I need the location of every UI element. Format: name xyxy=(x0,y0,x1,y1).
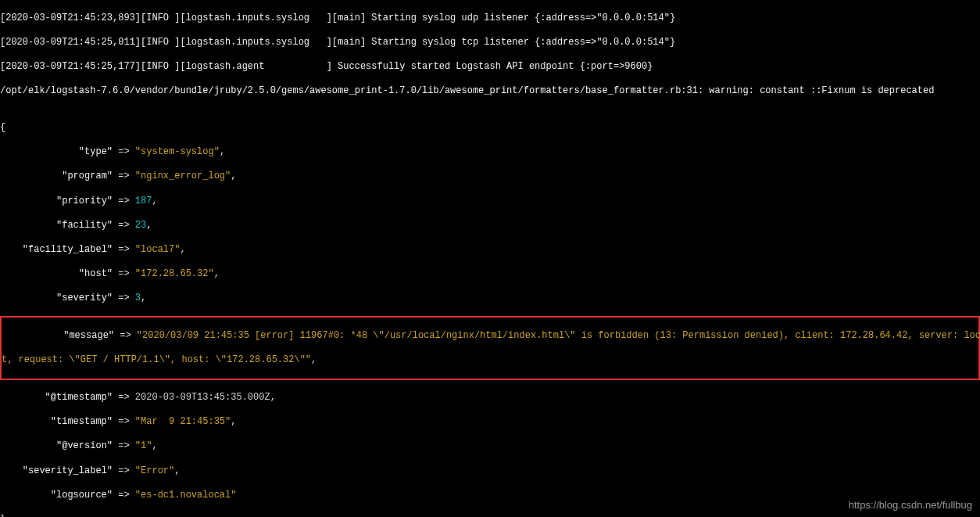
kv-row-continuation: t, request: \"GET / HTTP/1.1\", host: \"… xyxy=(2,354,978,367)
kv-row: "severity_label" => "Error", xyxy=(0,465,980,478)
kv-row: "facility" => 23, xyxy=(0,220,980,232)
kv-row: "type" => "system-syslog", xyxy=(0,146,980,159)
watermark-text: https://blog.csdn.net/fullbug xyxy=(849,499,972,512)
terminal-output: [2020-03-09T21:45:23,893][INFO ][logstas… xyxy=(0,0,980,517)
kv-row: "@timestamp" => 2020-03-09T13:45:35.000Z… xyxy=(0,392,980,404)
log-line: [2020-03-09T21:45:23,893][INFO ][logstas… xyxy=(0,13,980,25)
kv-row: "logsource" => "es-dc1.novalocal" xyxy=(0,490,980,502)
kv-row: "facility_label" => "local7", xyxy=(0,244,980,257)
kv-row: "message" => "2020/03/09 21:45:35 [error… xyxy=(2,330,978,343)
open-brace: { xyxy=(0,122,980,135)
kv-row: "severity" => 3, xyxy=(0,293,980,305)
log-line: [2020-03-09T21:45:25,177][INFO ][logstas… xyxy=(0,61,980,74)
kv-row: "program" => "nginx_error_log", xyxy=(0,171,980,183)
kv-row: "timestamp" => "Mar 9 21:45:35", xyxy=(0,416,980,429)
kv-row: "priority" => 187, xyxy=(0,196,980,208)
log-line: /opt/elk/logstash-7.6.0/vendor/bundle/jr… xyxy=(0,85,980,98)
kv-row: "host" => "172.28.65.32", xyxy=(0,268,980,281)
highlight-box-1: "message" => "2020/03/09 21:45:35 [error… xyxy=(0,316,980,380)
log-line: [2020-03-09T21:45:25,011][INFO ][logstas… xyxy=(0,37,980,49)
close-brace: } xyxy=(0,514,980,517)
kv-row: "@version" => "1", xyxy=(0,440,980,453)
